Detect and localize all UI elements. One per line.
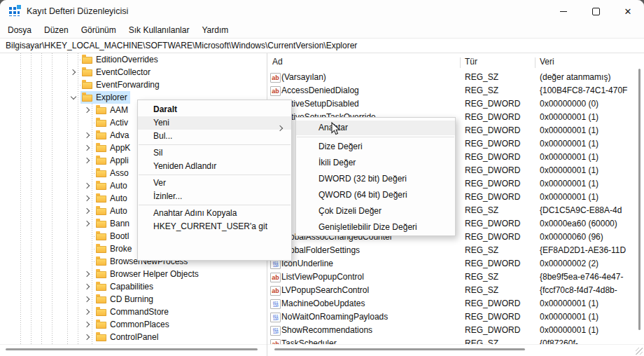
column-header-name[interactable]: Ad bbox=[272, 57, 283, 67]
registry-value-row[interactable]: 011110MachineOobeUpdatesREG_DWORD0x00000… bbox=[267, 297, 644, 310]
list-vscroll-thumb[interactable] bbox=[638, 69, 640, 330]
value-type: REG_SZ bbox=[465, 244, 536, 257]
column-divider[interactable] bbox=[460, 57, 461, 68]
chevron-right-icon[interactable] bbox=[83, 320, 92, 329]
registry-value-row[interactable]: ab(Varsayılan)REG_SZ(değer atanmamış) bbox=[267, 71, 644, 84]
menu-item-yeniden-adland-r[interactable]: Yeniden Adlandır bbox=[138, 160, 291, 173]
chevron-right-icon[interactable] bbox=[83, 131, 92, 139]
tree-entry[interactable]: Adva bbox=[94, 129, 132, 142]
mouse-cursor bbox=[331, 122, 342, 137]
chevron-right-icon[interactable] bbox=[69, 68, 78, 76]
tree-entry[interactable]: Bann bbox=[94, 217, 132, 230]
address-bar-input[interactable]: Bilgisayar\HKEY_LOCAL_MACHINE\SOFTWARE\M… bbox=[0, 38, 644, 53]
registry-value-row[interactable]: abGlobalFolderSettingsREG_SZ{EF8AD2D1-AE… bbox=[267, 244, 644, 257]
menu-item-dword-32-bit-de-eri[interactable]: DWORD (32 bit) Değeri bbox=[296, 171, 455, 187]
list-horizontal-scrollbar[interactable] bbox=[267, 344, 644, 356]
tree-entry[interactable]: AAM bbox=[94, 104, 131, 116]
value-type: REG_DWORD bbox=[465, 111, 536, 124]
menubar-item-yard-m[interactable]: Yardım bbox=[195, 22, 234, 38]
tree-entry[interactable]: CommandStore bbox=[94, 306, 172, 318]
chevron-right-icon[interactable] bbox=[83, 207, 92, 215]
close-button[interactable]: ✕ bbox=[612, 0, 644, 22]
chevron-down-icon[interactable] bbox=[69, 93, 78, 102]
menu-item-hkey-current-user-a-git[interactable]: HKEY_CURRENT_USER'a git bbox=[138, 220, 291, 233]
tree-entry[interactable]: Appli bbox=[94, 154, 132, 167]
menu-item-geni-letilebilir-dize-de-eri[interactable]: Genişletilebilir Dize Değeri bbox=[296, 219, 455, 235]
tree-item-commonplaces[interactable]: CommonPlaces bbox=[0, 318, 267, 331]
tree-entry[interactable]: EventCollector bbox=[80, 66, 153, 78]
menubar-item-d-zen[interactable]: Düzen bbox=[38, 22, 75, 38]
tree-item-eventforwarding[interactable]: EventForwarding bbox=[0, 78, 267, 91]
chevron-right-icon[interactable] bbox=[83, 194, 92, 203]
tree-entry[interactable]: Browser Helper Objects bbox=[94, 268, 202, 280]
menu-item-sil[interactable]: Sil bbox=[138, 146, 291, 160]
tree-entry[interactable]: Asso bbox=[94, 167, 132, 179]
menubar-item-g-r-n-m[interactable]: Görünüm bbox=[75, 22, 122, 38]
registry-value-row[interactable]: 011110IconUnderlineREG_DWORD0x00000002 (… bbox=[267, 257, 644, 271]
tree-entry[interactable]: ControlPanel bbox=[94, 331, 161, 343]
tree-entry[interactable]: Auto bbox=[94, 192, 130, 205]
chevron-right-icon[interactable] bbox=[83, 219, 92, 228]
tree-entry[interactable]: EditionOverrides bbox=[80, 53, 161, 66]
tree-entry[interactable]: Capabilities bbox=[94, 280, 156, 293]
menu-item-anahtar-ad-n-kopyala[interactable]: Anahtar Adını Kopyala bbox=[138, 207, 291, 220]
tree-entry[interactable]: Auto bbox=[94, 205, 130, 217]
tree-item-label: AppK bbox=[110, 143, 130, 153]
registry-value-row[interactable]: 011110NoWaitOnRoamingPayloadsREG_DWORD0x… bbox=[267, 310, 644, 324]
column-header-type[interactable]: Tür bbox=[465, 57, 477, 67]
chevron-right-icon[interactable] bbox=[83, 270, 92, 278]
menu-item-dize-de-eri[interactable]: Dize Değeri bbox=[296, 139, 455, 155]
tree-entry[interactable]: EventForwarding bbox=[80, 78, 162, 91]
menubar-item-s-k-kullan-lanlar[interactable]: Sık Kullanılanlar bbox=[122, 22, 196, 38]
chevron-right-icon[interactable] bbox=[83, 182, 92, 190]
column-divider[interactable] bbox=[535, 57, 536, 68]
tree-item-cd-burning[interactable]: CD Burning bbox=[0, 293, 267, 306]
tree-item-eventcollector[interactable]: EventCollector bbox=[0, 66, 267, 78]
list-hscroll-thumb[interactable] bbox=[274, 348, 525, 350]
tree-item-browser-helper-objects[interactable]: Browser Helper Objects bbox=[0, 268, 267, 280]
menu-item-ver[interactable]: Ver bbox=[138, 177, 291, 190]
tree-entry[interactable]: CommonPlaces bbox=[94, 318, 172, 331]
column-header-data[interactable]: Veri bbox=[540, 57, 554, 67]
tree-entry[interactable]: Bootl bbox=[94, 230, 132, 242]
menu-item-bul[interactable]: Bul... bbox=[138, 130, 291, 143]
menu-item-ok-dizeli-de-er[interactable]: Çok Dizeli Değer bbox=[296, 203, 455, 219]
chevron-right-icon[interactable] bbox=[83, 106, 92, 114]
tree-entry[interactable]: CD Burning bbox=[94, 293, 156, 306]
tree-horizontal-scrollbar[interactable] bbox=[0, 344, 267, 356]
minimize-button[interactable] bbox=[547, 0, 580, 22]
value-data: 0x00000001 (1) bbox=[540, 151, 634, 164]
menu-item-i-kili-de-er[interactable]: İkili Değer bbox=[296, 155, 455, 171]
tree-entry[interactable]: Activ bbox=[94, 116, 131, 129]
chevron-right-icon[interactable] bbox=[83, 308, 92, 316]
chevron-right-icon[interactable] bbox=[83, 333, 92, 341]
tree-item-editionoverrides[interactable]: EditionOverrides bbox=[0, 53, 267, 66]
menu-item-yeni[interactable]: Yeni bbox=[138, 116, 291, 130]
menu-item-anahtar[interactable]: Anahtar bbox=[296, 121, 455, 135]
registry-value-row[interactable]: abLVPopupSearchControlREG_SZ{fccf70c8-f4… bbox=[267, 284, 644, 297]
tree-entry[interactable]: Auto bbox=[94, 179, 130, 192]
tree-item-capabilities[interactable]: Capabilities bbox=[0, 280, 267, 293]
tree-hscroll-thumb[interactable] bbox=[6, 348, 258, 350]
menubar-item-dosya[interactable]: Dosya bbox=[1, 22, 38, 38]
chevron-right-icon[interactable] bbox=[83, 144, 92, 152]
registry-value-row[interactable]: 011110ActiveSetupDisabledREG_DWORD0x0000… bbox=[267, 97, 644, 111]
chevron-right-icon[interactable] bbox=[83, 282, 92, 291]
tree-item-controlpanel[interactable]: ControlPanel bbox=[0, 331, 267, 343]
registry-value-row[interactable]: abAccessDeniedDialogREG_SZ{100B4FC8-74C1… bbox=[267, 84, 644, 97]
tree-entry[interactable]: Broke bbox=[94, 242, 134, 255]
menu-item-i-zinler[interactable]: İzinler... bbox=[138, 190, 291, 203]
chevron-right-icon[interactable] bbox=[83, 295, 92, 303]
registry-value-row[interactable]: abListViewPopupControlREG_SZ{8be9f5ea-e7… bbox=[267, 271, 644, 284]
tree-item-commandstore[interactable]: CommandStore bbox=[0, 306, 267, 318]
resize-grip[interactable] bbox=[636, 348, 643, 355]
menu-item-qword-64-bit-de-eri[interactable]: QWORD (64 bit) Değeri bbox=[296, 187, 455, 203]
maximize-button[interactable] bbox=[580, 0, 612, 22]
folder-icon bbox=[96, 196, 106, 203]
menu-item-label: İkili Değer bbox=[318, 158, 356, 167]
menu-item-daralt[interactable]: Daralt bbox=[138, 103, 291, 116]
tree-entry[interactable]: Explorer bbox=[80, 91, 130, 104]
chevron-right-icon[interactable] bbox=[83, 156, 92, 165]
registry-value-row[interactable]: 011110ShowRecommendationsREG_DWORD0x0000… bbox=[267, 324, 644, 337]
tree-entry[interactable]: AppK bbox=[94, 142, 133, 154]
